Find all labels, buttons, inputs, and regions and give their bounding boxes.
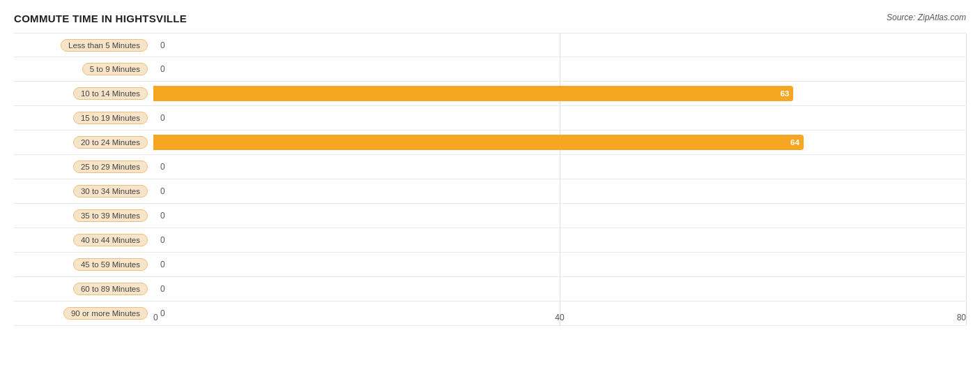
bar-track: 0: [153, 277, 966, 301]
bar-label: 15 to 19 Minutes: [14, 112, 153, 124]
bar-label-pill: 60 to 89 Minutes: [73, 283, 148, 295]
bar-label: 5 to 9 Minutes: [14, 63, 153, 75]
bar-value-outside: 0: [160, 211, 165, 221]
bar-value-inside: 64: [790, 138, 799, 147]
bar-label-pill: 40 to 44 Minutes: [73, 234, 148, 246]
x-axis-label: 80: [957, 313, 966, 322]
bar-label: 10 to 14 Minutes: [14, 87, 153, 100]
bar-label: 90 or more Minutes: [14, 307, 153, 320]
bar-row: 30 to 34 Minutes0: [14, 179, 966, 204]
bar-label: 40 to 44 Minutes: [14, 234, 153, 246]
bar-label: 25 to 29 Minutes: [14, 161, 153, 173]
chart-container: COMMUTE TIME IN HIGHTSVILLE Source: ZipA…: [0, 0, 980, 365]
bar-track: 0: [153, 179, 966, 203]
bar-row: 45 to 59 Minutes0: [14, 253, 966, 277]
bar-label-pill: 30 to 34 Minutes: [73, 185, 148, 198]
bar-row: 60 to 89 Minutes0: [14, 277, 966, 301]
bar-track: 64: [153, 131, 966, 154]
bar-value-outside: 0: [160, 162, 165, 172]
bar-row: 35 to 39 Minutes0: [14, 204, 966, 228]
bar-track: 0: [153, 204, 966, 228]
x-axis-labels: 04080: [153, 301, 966, 322]
bar-fill: [153, 232, 158, 248]
bar-fill: [153, 208, 158, 223]
bar-label-pill: 45 to 59 Minutes: [73, 258, 148, 271]
bar-fill: 63: [153, 86, 793, 101]
bar-track: 63: [153, 82, 966, 105]
bar-fill: [153, 61, 158, 77]
bar-track: 0: [153, 253, 966, 276]
bar-fill: [153, 257, 158, 272]
bar-label: 35 to 39 Minutes: [14, 209, 153, 222]
bar-label-pill: 5 to 9 Minutes: [82, 63, 148, 75]
bar-value-outside: 0: [160, 186, 165, 196]
bar-value-outside: 0: [160, 235, 165, 245]
bar-fill: [153, 281, 158, 297]
chart-body: Less than 5 Minutes05 to 9 Minutes010 to…: [14, 33, 966, 322]
bar-fill: 64: [153, 135, 804, 150]
bar-fill: [153, 159, 158, 174]
bar-value-outside: 0: [160, 260, 165, 269]
bar-fill: [153, 110, 158, 126]
bar-track: 0: [153, 57, 966, 81]
bar-label-pill: 20 to 24 Minutes: [73, 136, 148, 149]
bar-row: 10 to 14 Minutes63: [14, 82, 966, 106]
bar-value-inside: 63: [780, 89, 789, 98]
bar-label: 30 to 34 Minutes: [14, 185, 153, 198]
bar-track: 0: [153, 106, 966, 130]
bar-label-pill: 35 to 39 Minutes: [73, 209, 148, 222]
bar-fill: [153, 306, 158, 321]
bar-value-outside: 0: [160, 284, 165, 294]
bar-label-pill: 15 to 19 Minutes: [73, 112, 148, 124]
bar-label: 60 to 89 Minutes: [14, 283, 153, 295]
bar-track: 0: [153, 228, 966, 252]
bar-value-outside: 0: [160, 64, 165, 74]
bars-area: Less than 5 Minutes05 to 9 Minutes010 to…: [14, 33, 966, 301]
bar-value-outside: 0: [160, 40, 165, 50]
bar-fill: [153, 184, 158, 199]
bar-track: 0: [153, 155, 966, 179]
bar-label-pill: 25 to 29 Minutes: [73, 161, 148, 173]
bar-label-pill: Less than 5 Minutes: [61, 39, 148, 52]
bar-row: 5 to 9 Minutes0: [14, 57, 966, 82]
bar-row: 25 to 29 Minutes0: [14, 155, 966, 179]
chart-source: Source: ZipAtlas.com: [887, 13, 966, 22]
bar-label-pill: 10 to 14 Minutes: [73, 87, 148, 100]
bar-fill: [153, 38, 158, 53]
chart-title: COMMUTE TIME IN HIGHTSVILLE: [14, 13, 187, 24]
bar-row: 15 to 19 Minutes0: [14, 106, 966, 131]
bar-row: 40 to 44 Minutes0: [14, 228, 966, 253]
bar-label: 45 to 59 Minutes: [14, 258, 153, 271]
bar-row: 20 to 24 Minutes64: [14, 131, 966, 155]
x-axis-label: 40: [555, 313, 564, 322]
chart-header: COMMUTE TIME IN HIGHTSVILLE Source: ZipA…: [14, 13, 966, 24]
bar-row: Less than 5 Minutes0: [14, 33, 966, 57]
bar-value-outside: 0: [160, 308, 165, 318]
bar-value-outside: 0: [160, 113, 165, 123]
bar-track: 0: [153, 33, 966, 57]
bar-label-pill: 90 or more Minutes: [63, 307, 148, 320]
bar-label: Less than 5 Minutes: [14, 39, 153, 52]
bar-label: 20 to 24 Minutes: [14, 136, 153, 149]
